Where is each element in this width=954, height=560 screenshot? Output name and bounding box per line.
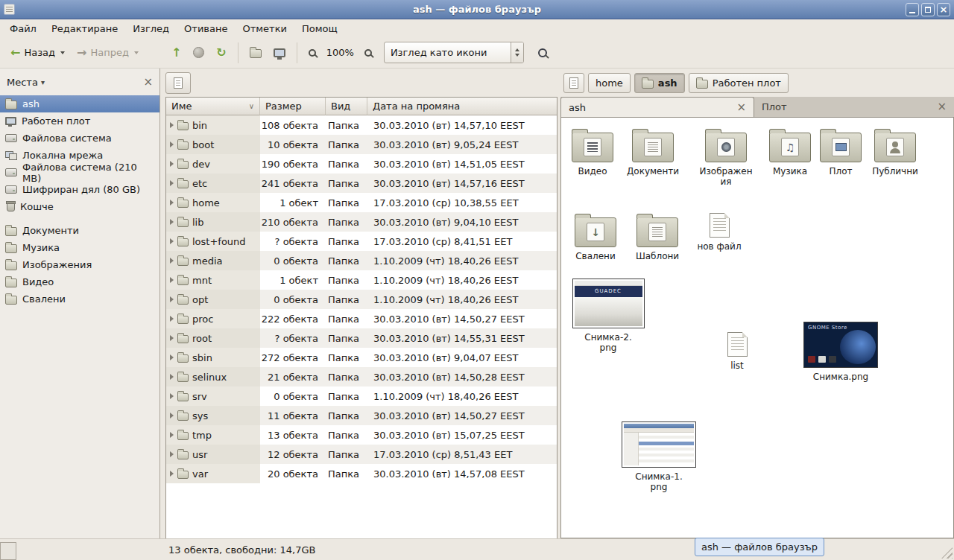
table-row[interactable]: bin 108 обекта Папка 30.03.2010 (вт) 14,… (166, 115, 557, 135)
sidebar-item[interactable]: ash (0, 95, 159, 112)
back-history-chevron-icon[interactable] (60, 51, 65, 54)
sidebar-item[interactable]: Свалени (0, 290, 159, 308)
up-button[interactable]: ↑ (165, 41, 187, 64)
sidebar-item[interactable]: Работен плот (0, 112, 159, 130)
expander-icon[interactable] (170, 122, 174, 128)
sidebar-item[interactable]: Документи (0, 222, 159, 239)
path-button-ash[interactable]: ash (634, 73, 685, 93)
search-button[interactable] (531, 41, 554, 64)
expander-icon[interactable] (170, 141, 174, 147)
expander-icon[interactable] (170, 335, 174, 341)
file-item-snimka[interactable]: GNOME Store Снимка.png (803, 322, 879, 382)
expander-icon[interactable] (170, 200, 174, 206)
table-row[interactable]: var 20 обекта Папка 30.03.2010 (вт) 14,5… (166, 464, 557, 483)
taskbar-window-button[interactable]: ash — файлов браузър (695, 538, 824, 556)
back-button[interactable]: ← Назад (4, 41, 71, 64)
file-item-public[interactable]: Публични (864, 128, 926, 176)
column-header-name[interactable]: Име ∨ (166, 98, 260, 115)
table-row[interactable]: media 0 обекта Папка 1.10.2009 (чт) 18,4… (166, 251, 557, 270)
file-item-video[interactable]: Видео (561, 128, 624, 176)
tab-close-icon[interactable]: × (736, 102, 746, 113)
column-header-size[interactable]: Размер (260, 98, 326, 115)
path-root-button[interactable] (563, 73, 584, 93)
view-mode-select[interactable]: Изглед като икони (384, 42, 524, 63)
sidebar-item[interactable]: Шифриран дял (80 GB) (0, 181, 159, 198)
expander-icon[interactable] (170, 451, 174, 457)
sidebar-item[interactable]: Файлова система (0, 130, 159, 147)
file-item-downloads[interactable]: ↓ Свалени (564, 213, 627, 261)
menu-item[interactable]: Файл (2, 21, 44, 36)
table-row[interactable]: home 1 обект Папка 17.03.2010 (ср) 10,38… (166, 193, 557, 212)
file-item-list[interactable]: list (706, 332, 768, 371)
column-header-date[interactable]: Дата на промяна (367, 98, 557, 115)
table-row[interactable]: tmp 13 обекта Папка 30.03.2010 (вт) 15,0… (166, 425, 557, 445)
file-item-snimka1[interactable]: Снимка-1.png (621, 421, 697, 493)
file-item-templates[interactable]: Шаблони (626, 213, 689, 261)
table-row[interactable]: root ? обекта Папка 30.03.2010 (вт) 14,5… (166, 328, 557, 348)
menu-item[interactable]: Помощ (294, 21, 345, 36)
menu-item[interactable]: Редактиране (44, 21, 125, 36)
expander-icon[interactable] (170, 432, 174, 438)
chevron-down-icon[interactable]: ▾ (41, 78, 45, 86)
panel-corner[interactable] (0, 542, 16, 560)
pane-location-button[interactable] (165, 72, 191, 94)
file-item-new-file[interactable]: нов файл (688, 213, 751, 252)
close-button[interactable]: × (937, 3, 950, 16)
icon-view[interactable]: Видео Документи Изображения ♫ Музика Пло… (560, 118, 954, 538)
computer-button[interactable] (268, 41, 291, 64)
expander-icon[interactable] (170, 413, 174, 419)
sidebar-title[interactable]: Места (7, 77, 38, 88)
menu-item[interactable]: Отметки (235, 21, 294, 36)
expander-icon[interactable] (170, 238, 174, 244)
file-item-documents[interactable]: Документи (622, 128, 684, 176)
zoom-out-button[interactable] (303, 41, 322, 64)
menu-item[interactable]: Изглед (125, 21, 177, 36)
zoom-in-button[interactable] (358, 41, 378, 64)
expander-icon[interactable] (170, 296, 174, 302)
table-row[interactable]: boot 10 обекта Папка 30.03.2010 (вт) 9,0… (166, 135, 557, 154)
forward-button[interactable]: → Напред (71, 41, 145, 64)
expander-icon[interactable] (170, 258, 174, 264)
table-row[interactable]: lost+found ? обекта Папка 17.03.2010 (ср… (166, 232, 557, 251)
file-item-desktop[interactable]: Плот (809, 128, 872, 176)
expander-icon[interactable] (170, 219, 174, 225)
path-button-desktop[interactable]: Работен плот (689, 73, 789, 93)
path-button-home[interactable]: home (588, 73, 631, 93)
expander-icon[interactable] (170, 277, 174, 283)
menu-item[interactable]: Отиване (177, 21, 235, 36)
expander-icon[interactable] (170, 316, 174, 322)
tab-close-icon[interactable]: × (937, 101, 947, 112)
table-row[interactable]: opt 0 обекта Папка 1.10.2009 (чт) 18,40,… (166, 290, 557, 309)
column-header-type[interactable]: Вид (326, 98, 367, 115)
window-menu-icon[interactable] (4, 4, 15, 15)
expander-icon[interactable] (170, 180, 174, 186)
expander-icon[interactable] (170, 471, 174, 477)
expander-icon[interactable] (170, 354, 174, 360)
expander-icon[interactable] (170, 374, 174, 380)
sidebar-item[interactable]: Изображения (0, 256, 159, 273)
reload-button[interactable]: ↻ (210, 41, 232, 64)
table-row[interactable]: selinux 21 обекта Папка 30.03.2010 (вт) … (166, 367, 557, 386)
table-row[interactable]: sbin 272 обекта Папка 30.03.2010 (вт) 9,… (166, 348, 557, 367)
table-row[interactable]: mnt 1 обект Папка 1.10.2009 (чт) 18,40,2… (166, 270, 557, 290)
spinner-icon[interactable] (511, 42, 523, 63)
sidebar-item[interactable]: Видео (0, 273, 159, 290)
home-button[interactable] (244, 41, 268, 64)
table-row[interactable]: sys 11 обекта Папка 30.03.2010 (вт) 14,5… (166, 406, 557, 425)
sidebar-close-button[interactable]: × (143, 77, 153, 88)
file-item-snimka2[interactable]: GUADEC Снимка-2.png (572, 279, 645, 354)
sidebar-item[interactable]: Файлова система (210 MB) (0, 164, 159, 181)
tab-ash[interactable]: ash × (560, 97, 754, 117)
titlebar[interactable]: ash — файлов браузър × (0, 0, 954, 19)
expander-icon[interactable] (170, 161, 174, 167)
table-row[interactable]: lib 210 обекта Папка 30.03.2010 (вт) 9,0… (166, 212, 557, 232)
sidebar-item[interactable]: Музика (0, 239, 159, 256)
tab-plot[interactable]: Плот × (754, 97, 954, 117)
table-row[interactable]: srv 0 обекта Папка 1.10.2009 (чт) 18,40,… (166, 386, 557, 406)
sidebar-item[interactable]: Кошче (0, 198, 159, 215)
stop-button[interactable] (187, 41, 210, 64)
table-row[interactable]: etc 241 обекта Папка 30.03.2010 (вт) 14,… (166, 174, 557, 193)
table-row[interactable]: dev 190 обекта Папка 30.03.2010 (вт) 14,… (166, 154, 557, 174)
file-item-pictures[interactable]: Изображения (695, 128, 757, 188)
expander-icon[interactable] (170, 393, 174, 399)
